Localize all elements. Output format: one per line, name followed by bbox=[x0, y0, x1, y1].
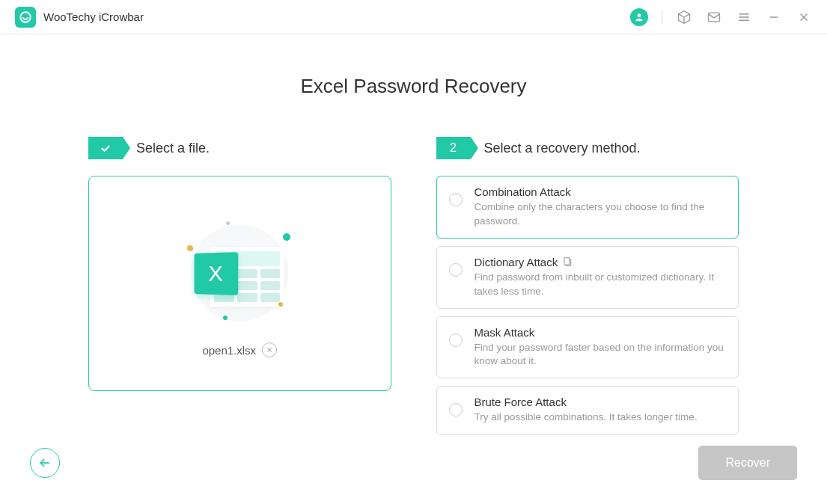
header-icons bbox=[630, 8, 812, 26]
method-body: Dictionary AttackFind password from inbu… bbox=[474, 256, 727, 299]
method-body: Mask AttackFind your password faster bas… bbox=[474, 326, 727, 369]
remove-file-button[interactable] bbox=[262, 342, 277, 357]
step-2-badge: 2 bbox=[436, 137, 471, 159]
method-title: Brute Force Attack bbox=[474, 396, 727, 408]
app-title: WooTechy iCrowbar bbox=[43, 10, 144, 23]
step-1-label: Select a file. bbox=[136, 141, 210, 156]
svg-point-1 bbox=[638, 13, 641, 17]
main: Select a file. X open1.xlsx bbox=[0, 137, 827, 435]
radio-icon bbox=[449, 263, 463, 277]
method-title: Dictionary Attack bbox=[474, 256, 727, 268]
footer: Recover bbox=[0, 446, 827, 480]
recovery-methods-list: Combination AttackCombine only the chara… bbox=[436, 176, 739, 435]
method-title: Mask Attack bbox=[474, 326, 727, 339]
radio-icon bbox=[449, 193, 463, 206]
menu-icon[interactable] bbox=[736, 9, 752, 25]
recover-button[interactable]: Recover bbox=[698, 446, 797, 480]
step-2-header: 2 Select a recovery method. bbox=[436, 137, 739, 159]
step-1-column: Select a file. X open1.xlsx bbox=[88, 137, 391, 435]
back-button[interactable] bbox=[30, 448, 60, 478]
method-description: Try all possible combinations. It takes … bbox=[474, 411, 727, 425]
method-description: Find password from inbuilt or customized… bbox=[474, 271, 727, 299]
step-1-badge bbox=[88, 137, 123, 159]
method-body: Combination AttackCombine only the chara… bbox=[474, 185, 727, 229]
app-logo-icon bbox=[15, 7, 36, 28]
filename: open1.xlsx bbox=[202, 344, 256, 357]
svg-rect-11 bbox=[564, 258, 570, 265]
recovery-method-option[interactable]: Dictionary AttackFind password from inbu… bbox=[436, 246, 739, 309]
cube-icon[interactable] bbox=[676, 9, 692, 25]
method-description: Combine only the characters you choose t… bbox=[474, 200, 727, 229]
method-body: Brute Force AttackTry all possible combi… bbox=[474, 396, 727, 425]
step-2-column: 2 Select a recovery method. Combination … bbox=[436, 137, 739, 435]
profile-icon[interactable] bbox=[630, 8, 648, 26]
minimize-icon[interactable] bbox=[766, 9, 782, 25]
recovery-method-option[interactable]: Mask AttackFind your password faster bas… bbox=[436, 316, 739, 379]
method-description: Find your password faster based on the i… bbox=[474, 341, 727, 369]
filename-row: open1.xlsx bbox=[202, 342, 277, 357]
excel-file-illustration: X bbox=[180, 217, 299, 329]
recovery-method-option[interactable]: Combination AttackCombine only the chara… bbox=[436, 176, 739, 239]
radio-icon bbox=[449, 334, 463, 347]
svg-point-0 bbox=[20, 12, 31, 22]
radio-icon bbox=[449, 403, 463, 417]
recovery-method-option[interactable]: Brute Force AttackTry all possible combi… bbox=[436, 386, 739, 435]
method-title: Combination Attack bbox=[474, 185, 727, 198]
check-icon bbox=[99, 141, 112, 155]
svg-rect-2 bbox=[709, 13, 720, 22]
upload-dictionary-icon[interactable] bbox=[562, 256, 573, 267]
step-1-header: Select a file. bbox=[88, 137, 391, 159]
file-dropzone[interactable]: X open1.xlsx bbox=[88, 176, 391, 391]
close-icon[interactable] bbox=[796, 9, 812, 25]
header: WooTechy iCrowbar bbox=[0, 0, 827, 34]
separator bbox=[662, 10, 662, 24]
mail-icon[interactable] bbox=[706, 9, 722, 25]
step-2-label: Select a recovery method. bbox=[484, 141, 641, 156]
page-title: Excel Password Recovery bbox=[0, 75, 827, 98]
excel-icon: X bbox=[195, 252, 239, 295]
